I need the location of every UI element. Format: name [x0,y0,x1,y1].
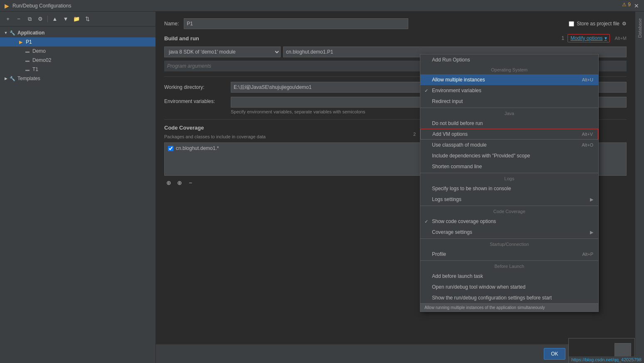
no-build-label: Do not build before run [432,120,483,126]
menu-item-specify-logs[interactable]: Specify logs to be shown in console [420,183,598,194]
menu-item-add-vm[interactable]: 2 Add VM options Alt+V [420,129,598,140]
settings-config-button[interactable]: ⚙ [36,15,45,24]
move-up-button[interactable]: ▲ [50,15,59,24]
menu-item-show-config-settings[interactable]: Show the run/debug configuration setting… [420,292,598,303]
menu-item-open-tool-window[interactable]: Open run/debug tool window when started [420,282,598,292]
env-check-icon: ✓ [424,88,428,93]
store-project-label: Store as project file [577,21,619,27]
logs-settings-label: Logs settings [432,196,461,202]
ok-button[interactable]: OK [544,348,565,360]
menu-item-use-classpath[interactable]: Use classpath of module Alt+O [420,140,598,150]
store-gear-icon[interactable]: ⚙ [622,21,627,27]
shorten-cmd-label: Shorten command line [432,164,482,169]
separator-5 [420,260,598,261]
name-row: Name: Store as project file ⚙ [164,18,627,29]
url-bar: https://blog.csdn.net/qq_42025798 [569,356,644,363]
menu-item-profile[interactable]: Profile Alt+P [420,249,598,260]
tree-item-demo[interactable]: ▬ Demo [0,47,155,56]
tree-container: ▼ 🔧 Application ▶ P1 ▬ Demo ▬ Demo02 [0,27,155,363]
env-vars-label: Environment variables: [164,97,231,104]
t1-arrow [18,67,23,72]
menu-header-java: Java [420,109,598,118]
modify-options-shortcut: Alt+M [615,36,627,41]
bottom-right-box [614,343,631,358]
open-tool-window-label: Open run/debug tool window when started [432,284,526,290]
coverage-checkbox[interactable] [168,146,173,151]
copy-config-button[interactable]: ⧉ [25,15,34,24]
show-config-settings-label: Show the run/debug configuration setting… [432,295,552,301]
coverage-remove-button[interactable]: − [186,178,195,187]
add-before-launch-label: Add before launch task [432,273,483,279]
name-left: Name: [164,18,408,29]
menu-item-env-variables[interactable]: ✓ Environment variables [420,85,598,96]
coverage-item-label: cn.bloghut.demo1.* [176,145,219,151]
tree-item-p1[interactable]: ▶ P1 [0,37,155,47]
before-launch-header-label: Before Launch [494,264,524,269]
folder-button[interactable]: 📁 [72,15,81,24]
title-bar-text: Run/Debug Configurations [12,3,71,9]
t1-icon: ▬ [24,66,31,73]
working-dir-label: Working directory: [164,84,231,90]
bottom-bar: OK Cancel Apply [156,344,635,363]
menu-header-coverage: Code Coverage [420,207,598,216]
redirect-input-label: Redirect input [432,98,463,104]
app-icon: ▶ [3,2,10,9]
demo-arrow [18,49,23,54]
warning-badge: ⚠ 9 [622,2,631,7]
menu-header-logs: Logs [420,174,598,183]
allow-multiple-label: Allow multiple instances [432,77,485,83]
demo02-arrow [18,58,23,63]
add-from-module-button[interactable]: ⊕ [164,178,173,187]
menu-item-shorten-cmd[interactable]: Shorten command line [420,161,598,172]
menu-item-logs-settings[interactable]: Logs settings ▶ [420,194,598,205]
use-classpath-label: Use classpath of module [432,142,486,148]
right-stripe: Database [635,12,644,363]
menu-item-coverage-settings[interactable]: Coverage settings ▶ [420,227,598,238]
name-input[interactable] [184,18,408,29]
profile-label: Profile [432,251,446,257]
menu-item-add-run-options[interactable]: Add Run Options [420,54,598,65]
menu-item-allow-multiple[interactable]: Allow multiple instances Alt+U [420,74,598,85]
store-project-checkbox[interactable] [569,21,574,27]
add-pattern-button[interactable]: ⊕ [175,178,184,187]
coverage-settings-arrow: ▶ [590,230,593,235]
profile-shortcut: Alt+P [582,252,593,257]
menu-item-add-before-launch[interactable]: Add before launch task [420,271,598,282]
demo-icon: ▬ [24,48,31,54]
logs-settings-arrow: ▶ [590,197,593,202]
sdk-select[interactable]: java 8 SDK of 'demo1' module [164,47,281,57]
menu-header-startup: Startup/Connection [420,240,598,249]
application-label: Application [17,30,44,36]
expand-arrow: ▼ [3,30,8,35]
menu-item-include-deps[interactable]: Include dependencies with "Provided" sco… [420,150,598,161]
application-icon: 🔧 [9,29,16,36]
badge-1: 1 [562,35,565,41]
modify-options-button[interactable]: Modify options ▾ [568,34,609,42]
specify-logs-label: Specify logs to be shown in console [432,186,511,191]
dropdown-menu: Add Run Options Operating System Allow m… [420,54,599,312]
menu-item-no-build[interactable]: Do not build before run [420,118,598,129]
build-run-header: Build and run 1 Modify options ▾ Alt+M [164,34,627,42]
p1-icon: ▶ [17,39,24,45]
separator-4 [420,238,598,239]
database-tab[interactable]: Database [637,15,643,41]
tree-item-t1[interactable]: ▬ T1 [0,65,155,74]
sidebar-toolbar: + − ⧉ ⚙ ▲ ▼ 📁 ⇅ [0,12,155,27]
move-down-button[interactable]: ▼ [61,15,70,24]
add-run-options-label: Add Run Options [432,57,470,63]
sort-button[interactable]: ⇅ [83,15,92,24]
tree-item-templates[interactable]: ▶ 🔧 Templates [0,74,155,83]
badge-2: 2 [413,132,416,137]
templates-icon: 🔧 [9,75,16,82]
add-vm-shortcut: Alt+V [582,132,593,137]
remove-config-button[interactable]: − [14,15,23,24]
separator-3 [420,206,598,206]
menu-item-show-coverage[interactable]: ✓ Show code coverage options [420,216,598,227]
demo-label: Demo [32,48,46,54]
tree-item-application[interactable]: ▼ 🔧 Application [0,28,155,37]
close-button[interactable]: ✕ [632,2,641,10]
menu-item-redirect-input[interactable]: Redirect input [420,96,598,107]
add-config-button[interactable]: + [3,15,12,24]
menu-header-before-launch: Before Launch [420,262,598,271]
tree-item-demo02[interactable]: ▬ Demo02 [0,56,155,65]
